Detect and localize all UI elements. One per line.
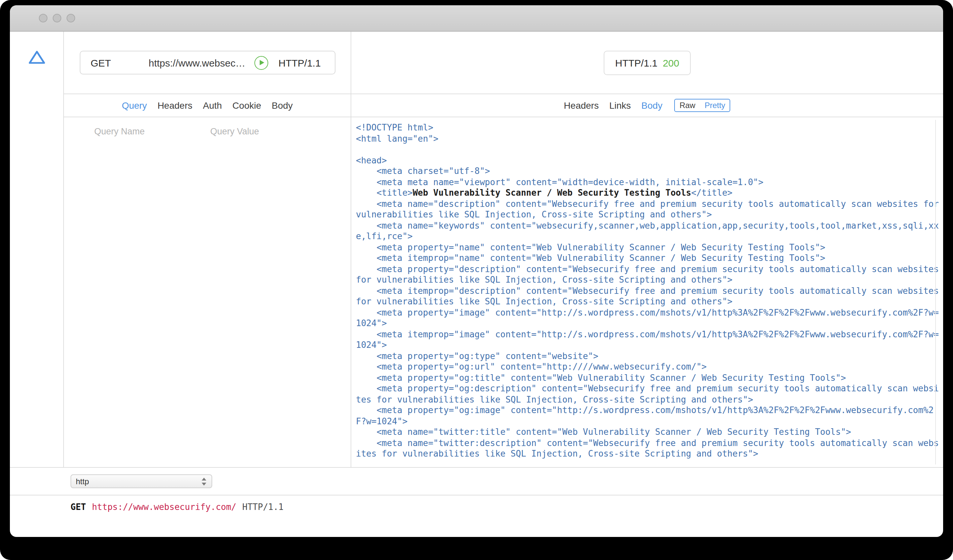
request-bar: GET HTTP/1.1 xyxy=(79,51,335,74)
response-tab-body[interactable]: Body xyxy=(641,100,662,111)
code-line: <meta name="twitter:description" content… xyxy=(356,438,941,459)
code-line: <meta itemprop="description" content="We… xyxy=(356,285,941,307)
code-line: <meta itemprop="name" content="Web Vulne… xyxy=(356,253,941,264)
code-line: <meta charset="utf-8"> xyxy=(356,166,941,177)
method-select[interactable]: GET xyxy=(91,57,149,68)
request-tab-headers[interactable]: Headers xyxy=(158,100,192,111)
app-window: GET HTTP/1.1 QueryHeadersAuthCookieBody xyxy=(10,5,943,537)
response-status: HTTP/1.1 200 xyxy=(604,50,691,75)
play-icon xyxy=(259,60,264,65)
scheme-select[interactable]: http xyxy=(70,474,212,488)
screenshot-frame: GET HTTP/1.1 QueryHeadersAuthCookieBody xyxy=(0,0,953,560)
response-tabs-row: HeadersLinksBody RawPretty xyxy=(351,94,943,117)
code-line: <meta meta name="viewport" content="widt… xyxy=(356,177,941,188)
code-line: <meta name="description" content="Websec… xyxy=(356,199,941,220)
code-line: <html lang="en"> xyxy=(356,133,941,144)
request-tab-query[interactable]: Query xyxy=(122,100,147,111)
code-line: <meta property="og:description" content=… xyxy=(356,383,941,405)
app-logo-triangle-icon xyxy=(28,50,45,65)
response-tabs: HeadersLinksBody xyxy=(564,100,662,111)
send-button[interactable] xyxy=(254,56,268,70)
view-mode-raw[interactable]: Raw xyxy=(675,99,700,111)
response-body-code: <!DOCTYPE html><html lang="en"><head> <m… xyxy=(356,123,941,459)
body-view-mode-toggle: RawPretty xyxy=(674,99,731,112)
code-line: <meta property="og:url" content="http://… xyxy=(356,362,941,372)
minimize-button[interactable] xyxy=(53,14,61,22)
scheme-select-value: http xyxy=(76,477,89,486)
preview-url: https://www.websecurify.com/ xyxy=(92,502,236,512)
request-tabs: QueryHeadersAuthCookieBody xyxy=(122,100,293,111)
response-panel: HTTP/1.1 200 HeadersLinksBody RawPretty … xyxy=(351,32,943,467)
select-arrows-icon xyxy=(201,477,207,486)
response-protocol-label: HTTP/1.1 xyxy=(615,57,657,68)
preview-method: GET xyxy=(70,502,86,512)
footer-select-row: http xyxy=(10,468,943,495)
code-line: <meta property="name" content="Web Vulne… xyxy=(356,242,941,253)
view-mode-pretty[interactable]: Pretty xyxy=(700,99,730,111)
request-tab-cookie[interactable]: Cookie xyxy=(232,100,261,111)
raw-request-preview: GEThttps://www.websecurify.com/HTTP/1.1 xyxy=(10,495,943,512)
code-line: <meta itemprop="image" content="http://s… xyxy=(356,329,941,351)
request-tabs-row: QueryHeadersAuthCookieBody xyxy=(64,94,351,117)
stage: GET HTTP/1.1 QueryHeadersAuthCookieBody xyxy=(0,0,953,560)
code-line: <!DOCTYPE html> xyxy=(356,123,941,133)
code-line: <meta property="image" content="http://s… xyxy=(356,307,941,329)
query-name-input[interactable] xyxy=(94,127,210,137)
logo-column xyxy=(10,32,64,467)
request-tab-auth[interactable]: Auth xyxy=(203,100,222,111)
window-titlebar[interactable] xyxy=(10,5,943,32)
query-editor xyxy=(64,117,351,137)
response-body-viewer[interactable]: <!DOCTYPE html><html lang="en"><head> <m… xyxy=(351,117,943,467)
request-protocol-label: HTTP/1.1 xyxy=(278,57,321,68)
scrollbar-track[interactable] xyxy=(935,120,936,464)
code-line: <meta property="og:type" content="websit… xyxy=(356,351,941,362)
code-line: <meta property="og:image" content="http:… xyxy=(356,405,941,427)
code-line xyxy=(356,144,941,155)
code-line: <head> xyxy=(356,155,941,166)
query-value-input[interactable] xyxy=(210,127,326,137)
preview-protocol: HTTP/1.1 xyxy=(242,502,283,512)
close-button[interactable] xyxy=(39,14,47,22)
zoom-button[interactable] xyxy=(67,14,75,22)
request-panel: GET HTTP/1.1 QueryHeadersAuthCookieBody xyxy=(64,32,351,467)
code-line: <meta name="twitter:title" content="Web … xyxy=(356,427,941,438)
response-tab-headers[interactable]: Headers xyxy=(564,100,599,111)
code-line: <meta name="keywords" content="websecuri… xyxy=(356,220,941,242)
code-line: <meta property="og:title" content="Web V… xyxy=(356,372,941,383)
request-tab-body[interactable]: Body xyxy=(272,100,293,111)
response-status-code: 200 xyxy=(663,57,679,68)
request-header: GET HTTP/1.1 xyxy=(64,32,351,94)
response-tab-links[interactable]: Links xyxy=(609,100,631,111)
code-line: <title>Web Vulnerability Scanner / Web S… xyxy=(356,188,941,199)
code-line: <meta property="description" content="We… xyxy=(356,264,941,285)
url-input[interactable] xyxy=(149,57,246,68)
main-split: GET HTTP/1.1 QueryHeadersAuthCookieBody xyxy=(10,32,943,468)
response-header: HTTP/1.1 200 xyxy=(351,32,943,94)
